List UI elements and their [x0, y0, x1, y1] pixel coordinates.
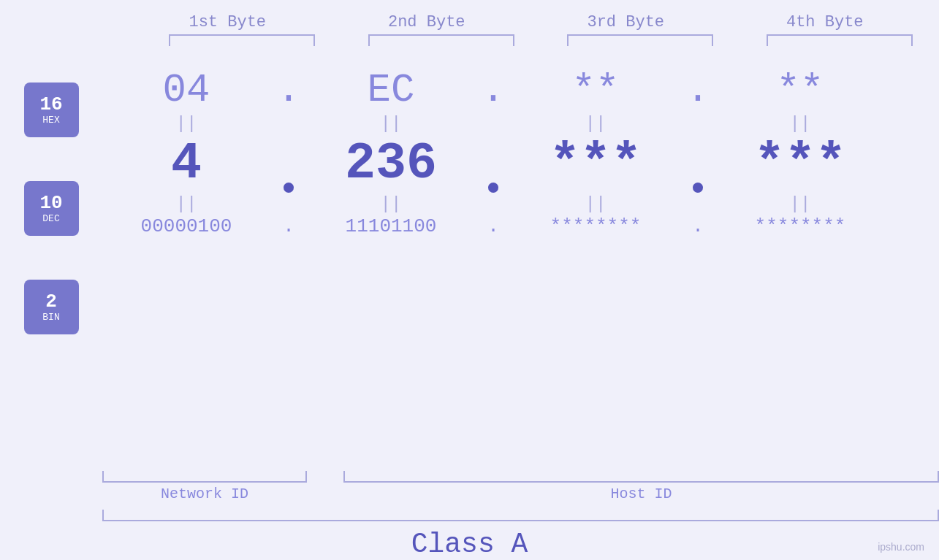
- equals-row-1: || || || ||: [102, 114, 924, 134]
- dec-badge: 10 DEC: [24, 181, 79, 236]
- eq1-b1: ||: [102, 114, 270, 134]
- full-bracket: [102, 510, 939, 521]
- eq1-b2: ||: [307, 114, 475, 134]
- byte3-header: 3rd Byte: [541, 13, 710, 31]
- watermark: ipshu.com: [878, 541, 924, 553]
- equals-row-2: || || || ||: [102, 194, 924, 214]
- bin-byte1-cell: 00000100: [102, 215, 270, 237]
- dec-dot1: [270, 157, 307, 193]
- hex-data-row: 04 . EC . ** . **: [102, 68, 924, 112]
- network-bracket: [102, 471, 307, 483]
- eq1-b3: ||: [512, 114, 680, 134]
- byte1-bracket: [169, 34, 315, 46]
- badges-column: 16 HEX 10 DEC 2 BIN: [0, 61, 102, 334]
- dec-byte2-value: 236: [345, 135, 437, 193]
- bottom-brackets-row: [102, 471, 939, 483]
- network-id-label: Network ID: [102, 486, 307, 502]
- bin-byte2-cell: 11101100: [307, 215, 475, 237]
- class-row: Class A: [0, 529, 939, 560]
- hex-byte2-value: EC: [368, 68, 415, 112]
- bin-dot2: .: [475, 215, 512, 237]
- byte3-bracket: [567, 34, 713, 46]
- hex-byte1-cell: 04: [102, 68, 270, 112]
- id-labels-row: Network ID Host ID: [102, 486, 939, 502]
- full-bracket-wrap: [102, 510, 939, 521]
- hex-byte4-value: **: [777, 68, 824, 112]
- data-area: 04 . EC . ** . ** || ||: [102, 61, 939, 237]
- dec-data-row: 4 236 *** ***: [102, 135, 924, 193]
- dec-byte1-value: 4: [171, 135, 202, 193]
- eq2-b3: ||: [512, 194, 680, 214]
- main-container: 1st Byte 2nd Byte 3rd Byte 4th Byte 16 H…: [0, 0, 939, 560]
- eq2-b2: ||: [307, 194, 475, 214]
- dec-dot3: [680, 157, 716, 193]
- byte4-header: 4th Byte: [741, 13, 909, 31]
- hex-dot1: .: [270, 68, 307, 112]
- bin-byte3-cell: ********: [512, 215, 680, 237]
- byte4-bracket: [767, 34, 913, 46]
- hex-badge-num: 16: [39, 94, 62, 115]
- hex-dot2: .: [475, 68, 512, 112]
- dec-byte3-value: ***: [550, 135, 642, 193]
- hex-dot3: .: [680, 68, 716, 112]
- host-bracket: [343, 471, 939, 483]
- dec-badge-label: DEC: [42, 213, 59, 224]
- bin-badge-label: BIN: [42, 312, 59, 323]
- eq2-b4: ||: [716, 194, 884, 214]
- hex-byte2-cell: EC: [307, 68, 475, 112]
- bin-badge-num: 2: [45, 291, 57, 312]
- dec-byte1-cell: 4: [102, 135, 270, 193]
- dec-badge-num: 10: [39, 193, 62, 214]
- dec-byte3-cell: ***: [512, 135, 680, 193]
- byte-headers: 1st Byte 2nd Byte 3rd Byte 4th Byte: [128, 13, 924, 31]
- dec-byte2-cell: 236: [307, 135, 475, 193]
- eq2-b1: ||: [102, 194, 270, 214]
- class-label: Class A: [411, 529, 528, 560]
- hex-badge-label: HEX: [42, 115, 59, 126]
- hex-byte3-value: **: [572, 68, 620, 112]
- hex-byte4-cell: **: [716, 68, 884, 112]
- byte2-header: 2nd Byte: [343, 13, 511, 31]
- bin-dot1: .: [270, 215, 307, 237]
- bin-byte3-value: ********: [550, 215, 642, 237]
- hex-byte1-value: 04: [163, 68, 210, 112]
- bin-dot3: .: [680, 215, 716, 237]
- bin-byte1-value: 00000100: [141, 215, 232, 237]
- dec-byte4-cell: ***: [716, 135, 884, 193]
- bin-byte4-cell: ********: [716, 215, 884, 237]
- byte1-header: 1st Byte: [143, 13, 311, 31]
- bin-byte2-value: 11101100: [346, 215, 437, 237]
- byte2-bracket: [368, 34, 514, 46]
- host-id-label: Host ID: [343, 486, 939, 502]
- hex-byte3-cell: **: [512, 68, 680, 112]
- bin-data-row: 00000100 . 11101100 . ******** . *******…: [102, 215, 924, 237]
- main-content: 16 HEX 10 DEC 2 BIN 04 . EC: [0, 46, 939, 467]
- hex-badge: 16 HEX: [24, 83, 79, 137]
- header-row: 1st Byte 2nd Byte 3rd Byte 4th Byte: [0, 0, 939, 31]
- dec-dot2: [475, 157, 512, 193]
- dec-byte4-value: ***: [754, 135, 846, 193]
- bin-badge: 2 BIN: [24, 280, 79, 334]
- bin-byte4-value: ********: [755, 215, 846, 237]
- eq1-b4: ||: [716, 114, 884, 134]
